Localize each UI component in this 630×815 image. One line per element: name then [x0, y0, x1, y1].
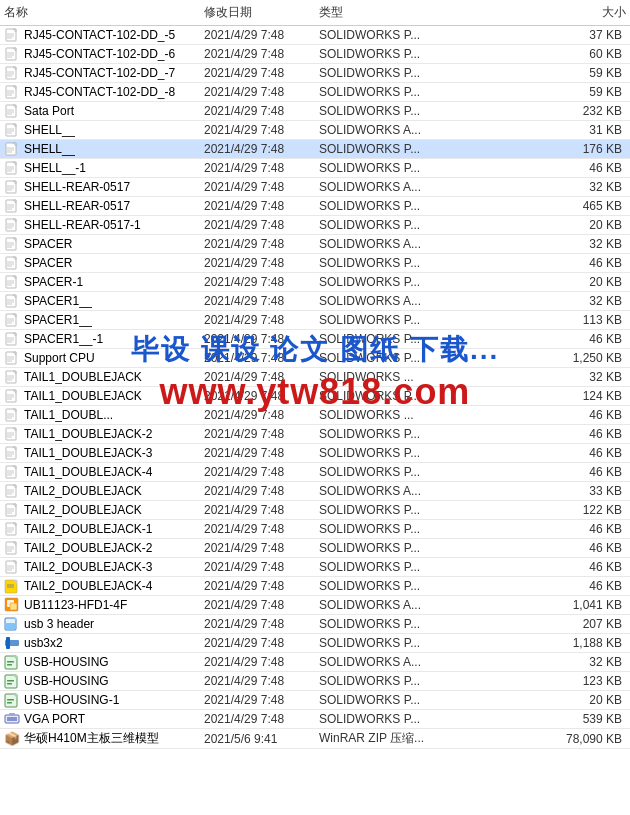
list-item[interactable]: SHELL-REAR-0517 2021/4/29 7:48 SOLIDWORK…: [0, 178, 630, 197]
file-size: 20 KB: [550, 275, 630, 289]
list-item[interactable]: TAIL2_DOUBLEJACK-2 2021/4/29 7:48 SOLIDW…: [0, 539, 630, 558]
list-item[interactable]: USB-HOUSING 2021/4/29 7:48 SOLIDWORKS P.…: [0, 672, 630, 691]
list-item[interactable]: usb 3 header 2021/4/29 7:48 SOLIDWORKS P…: [0, 615, 630, 634]
header-name: 名称: [0, 2, 200, 23]
file-date: 2021/4/29 7:48: [200, 674, 315, 688]
file-date: 2021/4/29 7:48: [200, 275, 315, 289]
list-item[interactable]: RJ45-CONTACT-102-DD_-5 2021/4/29 7:48 SO…: [0, 26, 630, 45]
file-size: 207 KB: [550, 617, 630, 631]
file-date: 2021/4/29 7:48: [200, 123, 315, 137]
file-size: 46 KB: [550, 541, 630, 555]
file-name-text: TAIL1_DOUBLEJACK-4: [24, 465, 153, 479]
list-item[interactable]: SHELL__ 2021/4/29 7:48 SOLIDWORKS P... 1…: [0, 140, 630, 159]
file-date: 2021/4/29 7:48: [200, 598, 315, 612]
list-item[interactable]: TAIL2_DOUBLEJACK-4 2021/4/29 7:48 SOLIDW…: [0, 577, 630, 596]
file-name-col: SHELL__: [0, 141, 200, 157]
file-type-icon: [4, 616, 20, 632]
file-name-text: TAIL1_DOUBL...: [24, 408, 113, 422]
list-item[interactable]: USB-HOUSING-1 2021/4/29 7:48 SOLIDWORKS …: [0, 691, 630, 710]
list-item[interactable]: USB-HOUSING 2021/4/29 7:48 SOLIDWORKS A.…: [0, 653, 630, 672]
list-item[interactable]: TAIL1_DOUBL... 2021/4/29 7:48 SOLIDWORKS…: [0, 406, 630, 425]
file-type: SOLIDWORKS P...: [315, 218, 550, 232]
file-name-col: USB-HOUSING-1: [0, 692, 200, 708]
list-item[interactable]: SPACER1__-1 2021/4/29 7:48 SOLIDWORKS P.…: [0, 330, 630, 349]
file-name-text: USB-HOUSING: [24, 655, 109, 669]
file-name-col: VGA PORT: [0, 711, 200, 727]
file-type: SOLIDWORKS ...: [315, 370, 550, 384]
svg-rect-163: [7, 680, 14, 682]
list-item[interactable]: TAIL2_DOUBLEJACK-1 2021/4/29 7:48 SOLIDW…: [0, 520, 630, 539]
file-name-col: USB-HOUSING: [0, 673, 200, 689]
file-name-col: TAIL1_DOUBL...: [0, 407, 200, 423]
list-item[interactable]: TAIL2_DOUBLEJACK-3 2021/4/29 7:48 SOLIDW…: [0, 558, 630, 577]
list-item[interactable]: VGA PORT 2021/4/29 7:48 SOLIDWORKS P... …: [0, 710, 630, 729]
list-item[interactable]: 📦 华硕H410M主板三维模型 2021/5/6 9:41 WinRAR ZIP…: [0, 729, 630, 749]
list-item[interactable]: Support CPU 2021/4/29 7:48 SOLIDWORKS P.…: [0, 349, 630, 368]
list-item[interactable]: Sata Port 2021/4/29 7:48 SOLIDWORKS P...…: [0, 102, 630, 121]
svg-rect-159: [7, 661, 14, 663]
file-name-col: TAIL2_DOUBLEJACK-3: [0, 559, 200, 575]
list-item[interactable]: SPACER1__ 2021/4/29 7:48 SOLIDWORKS A...…: [0, 292, 630, 311]
file-date: 2021/4/29 7:48: [200, 541, 315, 555]
list-item[interactable]: RJ45-CONTACT-102-DD_-6 2021/4/29 7:48 SO…: [0, 45, 630, 64]
file-name-col: SHELL-REAR-0517-1: [0, 217, 200, 233]
file-name-col: TAIL2_DOUBLEJACK-2: [0, 540, 200, 556]
list-item[interactable]: TAIL1_DOUBLEJACK 2021/4/29 7:48 SOLIDWOR…: [0, 368, 630, 387]
file-name-col: SPACER1__: [0, 293, 200, 309]
list-item[interactable]: UB11123-HFD1-4F 2021/4/29 7:48 SOLIDWORK…: [0, 596, 630, 615]
list-item[interactable]: TAIL1_DOUBLEJACK-2 2021/4/29 7:48 SOLIDW…: [0, 425, 630, 444]
list-item[interactable]: SPACER-1 2021/4/29 7:48 SOLIDWORKS P... …: [0, 273, 630, 292]
file-type-icon: [4, 27, 20, 43]
file-name-col: TAIL1_DOUBLEJACK-2: [0, 426, 200, 442]
file-name-text: UB11123-HFD1-4F: [24, 598, 127, 612]
file-type: SOLIDWORKS P...: [315, 47, 550, 61]
file-name-text: SPACER1__: [24, 313, 92, 327]
list-item[interactable]: SHELL-REAR-0517-1 2021/4/29 7:48 SOLIDWO…: [0, 216, 630, 235]
list-item[interactable]: SPACER1__ 2021/4/29 7:48 SOLIDWORKS P...…: [0, 311, 630, 330]
list-item[interactable]: SHELL-REAR-0517 2021/4/29 7:48 SOLIDWORK…: [0, 197, 630, 216]
file-size: 46 KB: [550, 427, 630, 441]
list-item[interactable]: RJ45-CONTACT-102-DD_-7 2021/4/29 7:48 SO…: [0, 64, 630, 83]
file-name-col: RJ45-CONTACT-102-DD_-6: [0, 46, 200, 62]
file-size: 37 KB: [550, 28, 630, 42]
list-item[interactable]: TAIL1_DOUBLEJACK-4 2021/4/29 7:48 SOLIDW…: [0, 463, 630, 482]
file-size: 32 KB: [550, 655, 630, 669]
svg-rect-154: [6, 623, 15, 629]
file-type-icon: [4, 274, 20, 290]
file-size: 32 KB: [550, 370, 630, 384]
file-type-icon: [4, 502, 20, 518]
svg-rect-171: [7, 717, 17, 721]
file-date: 2021/4/29 7:48: [200, 446, 315, 460]
list-item[interactable]: TAIL1_DOUBLEJACK 2021/4/29 7:48 SOLIDWOR…: [0, 387, 630, 406]
file-date: 2021/4/29 7:48: [200, 47, 315, 61]
list-item[interactable]: SHELL__-1 2021/4/29 7:48 SOLIDWORKS P...…: [0, 159, 630, 178]
file-size: 78,090 KB: [550, 732, 630, 746]
svg-rect-167: [7, 699, 14, 701]
file-name-text: USB-HOUSING-1: [24, 693, 119, 707]
file-size: 31 KB: [550, 123, 630, 137]
list-item[interactable]: SPACER 2021/4/29 7:48 SOLIDWORKS A... 32…: [0, 235, 630, 254]
file-name-col: SPACER-1: [0, 274, 200, 290]
list-item[interactable]: SPACER 2021/4/29 7:48 SOLIDWORKS P... 46…: [0, 254, 630, 273]
svg-rect-170: [9, 713, 15, 716]
file-type-icon: [4, 141, 20, 157]
list-item[interactable]: TAIL1_DOUBLEJACK-3 2021/4/29 7:48 SOLIDW…: [0, 444, 630, 463]
list-header: 名称 修改日期 类型 大小: [0, 0, 630, 26]
list-item[interactable]: RJ45-CONTACT-102-DD_-8 2021/4/29 7:48 SO…: [0, 83, 630, 102]
file-type-icon: [4, 559, 20, 575]
file-type: SOLIDWORKS P...: [315, 85, 550, 99]
file-type: SOLIDWORKS P...: [315, 541, 550, 555]
file-type-icon: [4, 540, 20, 556]
file-type-icon: [4, 160, 20, 176]
file-type-icon: [4, 236, 20, 252]
file-size: 1,041 KB: [550, 598, 630, 612]
file-date: 2021/4/29 7:48: [200, 693, 315, 707]
list-item[interactable]: TAIL2_DOUBLEJACK 2021/4/29 7:48 SOLIDWOR…: [0, 501, 630, 520]
file-date: 2021/4/29 7:48: [200, 636, 315, 650]
file-name-col: SPACER1__: [0, 312, 200, 328]
list-item[interactable]: SHELL__ 2021/4/29 7:48 SOLIDWORKS A... 3…: [0, 121, 630, 140]
list-item[interactable]: usb3x2 2021/4/29 7:48 SOLIDWORKS P... 1,…: [0, 634, 630, 653]
list-item[interactable]: TAIL2_DOUBLEJACK 2021/4/29 7:48 SOLIDWOR…: [0, 482, 630, 501]
file-date: 2021/4/29 7:48: [200, 503, 315, 517]
file-name-col: SHELL__-1: [0, 160, 200, 176]
